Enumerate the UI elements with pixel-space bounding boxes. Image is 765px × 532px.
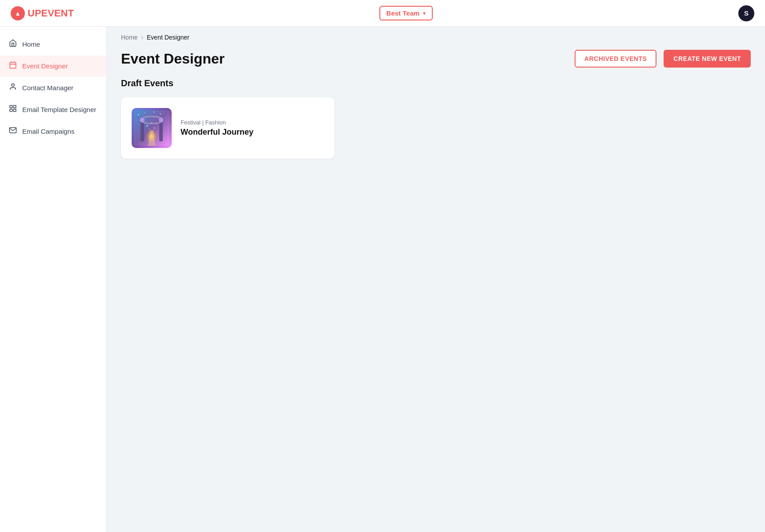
svg-point-10	[138, 114, 139, 115]
svg-point-26	[149, 128, 150, 129]
svg-point-4	[12, 84, 14, 86]
svg-rect-5	[10, 105, 12, 108]
sidebar-item-event-designer-label: Event Designer	[22, 62, 68, 70]
svg-point-25	[151, 122, 153, 124]
calendar-icon	[9, 61, 17, 71]
logo-text: UPEVENT	[28, 8, 74, 19]
avatar[interactable]: S	[738, 5, 754, 21]
svg-point-14	[153, 112, 154, 112]
topbar: ▲ UPEVENT Best Team ▾ S	[0, 0, 765, 27]
team-selector[interactable]: Best Team ▾	[379, 6, 433, 20]
sidebar-item-event-designer[interactable]: Event Designer	[0, 56, 106, 76]
svg-point-27	[154, 128, 155, 129]
svg-rect-6	[14, 105, 16, 108]
svg-point-11	[145, 112, 145, 113]
person-icon	[9, 83, 17, 93]
page-title: Event Designer	[121, 51, 225, 67]
sidebar: Home Event Designer Contact Manager Emai…	[0, 27, 107, 532]
breadcrumb: Home › Event Designer	[107, 27, 765, 44]
event-card-category: Festival | Fashion	[181, 119, 254, 126]
event-card-image	[132, 108, 172, 148]
sidebar-item-email-template-designer-label: Email Template Designer	[22, 106, 96, 113]
logo: ▲ UPEVENT	[11, 6, 74, 20]
svg-rect-7	[10, 109, 12, 112]
main-content: Home › Event Designer Event Designer ARC…	[107, 27, 765, 532]
event-card-name: Wonderful Journey	[181, 128, 254, 137]
team-selector-label: Best Team	[387, 9, 420, 17]
breadcrumb-current: Event Designer	[147, 34, 189, 41]
layout: Home Event Designer Contact Manager Emai…	[0, 27, 765, 532]
svg-point-13	[165, 116, 165, 117]
chevron-down-icon: ▾	[423, 10, 426, 16]
sidebar-item-home[interactable]: Home	[0, 34, 106, 55]
svg-point-24	[156, 123, 157, 124]
breadcrumb-separator: ›	[141, 34, 143, 41]
header-actions: ARCHIVED EVENTS CREATE NEW EVENT	[575, 50, 751, 68]
event-card[interactable]: Festival | Fashion Wonderful Journey	[121, 97, 334, 159]
svg-rect-0	[10, 62, 16, 68]
draft-events-title: Draft Events	[121, 78, 751, 88]
svg-rect-8	[14, 109, 16, 112]
grid-icon	[9, 104, 17, 115]
breadcrumb-home[interactable]: Home	[121, 34, 137, 41]
sidebar-item-email-template-designer[interactable]: Email Template Designer	[0, 99, 106, 120]
archived-events-button[interactable]: ARCHIVED EVENTS	[575, 50, 657, 68]
sidebar-item-contact-manager[interactable]: Contact Manager	[0, 77, 106, 98]
sidebar-item-contact-manager-label: Contact Manager	[22, 84, 73, 92]
home-icon	[9, 39, 17, 49]
svg-point-22	[159, 118, 163, 122]
sidebar-item-home-label: Home	[22, 40, 40, 48]
sidebar-item-email-campaigns[interactable]: Email Campaigns	[0, 121, 106, 142]
logo-icon: ▲	[11, 6, 25, 20]
create-new-event-button[interactable]: CREATE NEW EVENT	[664, 50, 751, 68]
page-header: Event Designer ARCHIVED EVENTS CREATE NE…	[107, 44, 765, 78]
svg-point-12	[160, 113, 161, 114]
svg-point-21	[140, 118, 145, 122]
svg-point-23	[146, 125, 148, 127]
event-card-info: Festival | Fashion Wonderful Journey	[181, 119, 254, 137]
sidebar-item-email-campaigns-label: Email Campaigns	[22, 128, 75, 135]
mail-icon	[9, 126, 17, 136]
content: Draft Events	[107, 78, 765, 173]
